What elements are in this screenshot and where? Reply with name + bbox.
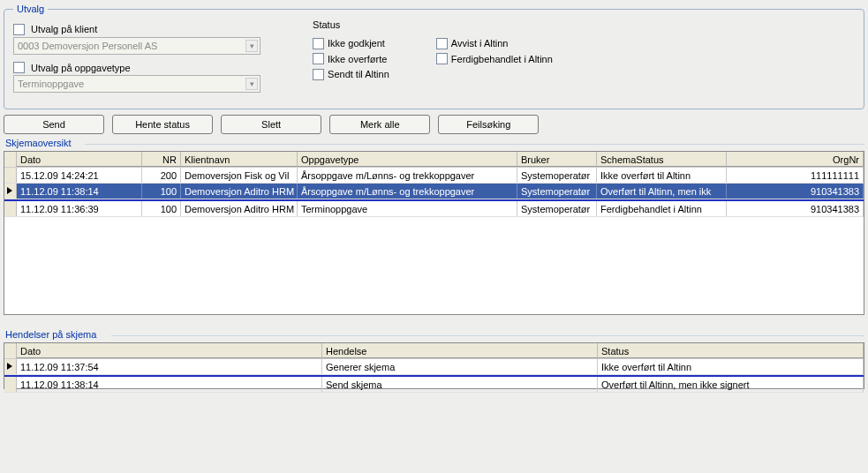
col-nr[interactable]: NR	[142, 152, 181, 167]
table-row[interactable]: 11.12.09 11:38:14Send skjemaOverført til…	[4, 377, 864, 393]
grid-header: Dato Hendelse Status	[4, 343, 864, 359]
table-row[interactable]: 11.12.09 11:37:54Generer skjemaIkke over…	[4, 359, 864, 375]
chevron-down-icon: ▾	[245, 78, 258, 90]
oversikt-title: Skjemaoversikt	[5, 138, 864, 149]
col-status[interactable]: Status	[598, 343, 864, 358]
merk-alle-button[interactable]: Merk alle	[329, 115, 430, 134]
status-label: Ikke overførte	[328, 54, 387, 64]
toolbar: Send Hente status Slett Merk alle Feilsø…	[4, 115, 864, 134]
klient-combo[interactable]: 0003 Demoversjon Personell AS ▾	[13, 37, 260, 55]
hendelser-grid[interactable]: Dato Hendelse Status 11.12.09 11:37:54Ge…	[4, 342, 864, 389]
status-checkbox[interactable]	[313, 69, 324, 80]
table-row[interactable]: 11.12.09 11:38:14100Demoversjon Aditro H…	[4, 184, 864, 199]
status-label: Ferdigbehandlet i Altinn	[451, 54, 553, 64]
status-checkbox[interactable]	[436, 38, 448, 49]
slett-button[interactable]: Slett	[221, 115, 321, 134]
status-heading: Status	[313, 19, 597, 30]
table-row[interactable]: 11.12.09 11:36:39100Demoversjon Aditro H…	[4, 201, 864, 217]
grid-header: Dato NR Klientnavn Oppgavetype Bruker Sc…	[4, 152, 864, 168]
status-checkbox[interactable]	[436, 53, 448, 64]
feilsoking-button[interactable]: Feilsøking	[438, 115, 539, 134]
status-label: Sendt til Altinn	[328, 69, 389, 79]
col-hendelse[interactable]: Hendelse	[322, 343, 598, 358]
table-row[interactable]: 15.12.09 14:24:21200Demoversjon Fisk og …	[4, 168, 864, 184]
col-schema[interactable]: SchemaStatus	[597, 152, 727, 167]
hente-status-button[interactable]: Hente status	[112, 115, 213, 134]
col-klient[interactable]: Klientnavn	[181, 152, 298, 167]
klient-combo-text: 0003 Demoversjon Personell AS	[18, 41, 157, 51]
filter-klient-checkbox[interactable]	[13, 24, 25, 35]
filter-klient-label: Utvalg på klient	[31, 24, 97, 34]
status-checkbox[interactable]	[313, 38, 324, 49]
col-dato[interactable]: Dato	[17, 152, 142, 167]
status-checkbox[interactable]	[313, 53, 324, 64]
status-label: Ikke godkjent	[328, 38, 385, 49]
col-org[interactable]: OrgNr	[727, 152, 864, 167]
col-dato[interactable]: Dato	[17, 343, 322, 358]
selection-legend: Utvalg	[13, 4, 48, 14]
hendelser-title: Hendelser på skjema	[5, 329, 864, 341]
status-label: Avvist i Altinn	[451, 38, 509, 49]
oppg-combo[interactable]: Terminoppgave ▾	[13, 75, 260, 93]
send-button[interactable]: Send	[4, 115, 104, 134]
filter-oppg-label: Utvalg på oppgavetype	[31, 63, 131, 73]
chevron-down-icon: ▾	[245, 40, 258, 52]
oppg-combo-text: Terminoppgave	[18, 79, 84, 89]
skjemaoversikt-grid[interactable]: Dato NR Klientnavn Oppgavetype Bruker Sc…	[4, 151, 864, 315]
selection-panel: Utvalg Utvalg på klient 0003 Demoversjon…	[4, 4, 864, 109]
col-bruker[interactable]: Bruker	[517, 152, 597, 167]
col-oppg[interactable]: Oppgavetype	[298, 152, 517, 167]
filter-oppg-checkbox[interactable]	[13, 62, 25, 73]
